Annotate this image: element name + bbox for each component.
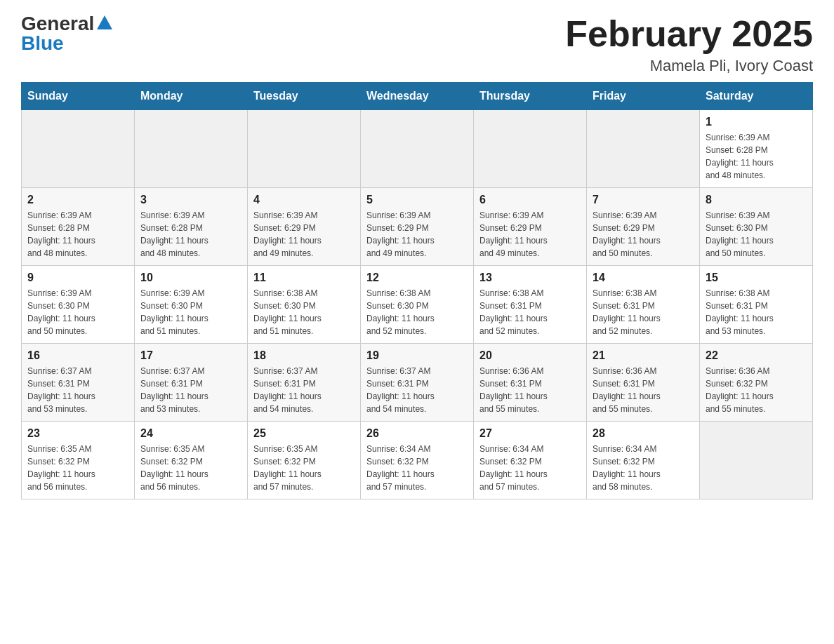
- day-number: 19: [366, 349, 468, 362]
- day-detail: Sunrise: 6:39 AMSunset: 6:29 PMDaylight:…: [593, 209, 694, 260]
- logo: General Blue: [21, 14, 112, 53]
- header-tuesday: Tuesday: [248, 83, 361, 110]
- header-sunday: Sunday: [22, 83, 135, 110]
- day-number: 1: [706, 116, 807, 128]
- calendar-cell: 18Sunrise: 6:37 AMSunset: 6:31 PMDayligh…: [248, 344, 361, 422]
- day-number: 5: [366, 194, 468, 206]
- header-friday: Friday: [587, 83, 700, 110]
- calendar-cell: 1Sunrise: 6:39 AMSunset: 6:28 PMDaylight…: [700, 110, 813, 188]
- header-thursday: Thursday: [474, 83, 587, 110]
- logo-triangle-icon: [97, 15, 112, 29]
- calendar-week-0: 1Sunrise: 6:39 AMSunset: 6:28 PMDaylight…: [22, 110, 813, 188]
- day-detail: Sunrise: 6:39 AMSunset: 6:30 PMDaylight:…: [706, 209, 807, 260]
- day-number: 2: [27, 194, 128, 206]
- day-number: 26: [366, 427, 468, 440]
- day-detail: Sunrise: 6:38 AMSunset: 6:30 PMDaylight:…: [366, 287, 468, 337]
- day-number: 25: [253, 427, 355, 440]
- calendar-cell: [587, 110, 700, 188]
- day-detail: Sunrise: 6:38 AMSunset: 6:31 PMDaylight:…: [593, 287, 694, 337]
- day-detail: Sunrise: 6:34 AMSunset: 6:32 PMDaylight:…: [366, 443, 468, 493]
- calendar-cell: 3Sunrise: 6:39 AMSunset: 6:28 PMDaylight…: [135, 188, 248, 266]
- day-detail: Sunrise: 6:39 AMSunset: 6:29 PMDaylight:…: [253, 209, 355, 260]
- day-number: 7: [593, 194, 694, 206]
- calendar-cell: [135, 110, 248, 188]
- calendar-cell: 2Sunrise: 6:39 AMSunset: 6:28 PMDaylight…: [22, 188, 135, 266]
- calendar-table: Sunday Monday Tuesday Wednesday Thursday…: [21, 82, 813, 499]
- calendar-body: 1Sunrise: 6:39 AMSunset: 6:28 PMDaylight…: [22, 110, 813, 499]
- day-number: 12: [366, 271, 468, 284]
- logo-general-text: General: [21, 14, 94, 34]
- day-number: 3: [140, 194, 241, 206]
- day-detail: Sunrise: 6:39 AMSunset: 6:28 PMDaylight:…: [140, 209, 241, 260]
- day-detail: Sunrise: 6:37 AMSunset: 6:31 PMDaylight:…: [140, 365, 241, 415]
- calendar-cell: 20Sunrise: 6:36 AMSunset: 6:31 PMDayligh…: [474, 344, 587, 422]
- day-detail: Sunrise: 6:39 AMSunset: 6:28 PMDaylight:…: [706, 131, 807, 182]
- day-number: 9: [27, 271, 128, 284]
- calendar-cell: 6Sunrise: 6:39 AMSunset: 6:29 PMDaylight…: [474, 188, 587, 266]
- day-number: 15: [706, 271, 807, 284]
- day-number: 16: [27, 349, 128, 362]
- calendar-cell: 5Sunrise: 6:39 AMSunset: 6:29 PMDaylight…: [361, 188, 474, 266]
- calendar-cell: 15Sunrise: 6:38 AMSunset: 6:31 PMDayligh…: [700, 266, 813, 344]
- day-number: 8: [706, 194, 807, 206]
- day-detail: Sunrise: 6:39 AMSunset: 6:29 PMDaylight:…: [366, 209, 468, 260]
- title-section: February 2025 Mamela Pli, Ivory Coast: [565, 14, 813, 75]
- location: Mamela Pli, Ivory Coast: [565, 57, 813, 75]
- calendar-cell: [474, 110, 587, 188]
- logo-blue-text: Blue: [21, 34, 64, 53]
- calendar-cell: 26Sunrise: 6:34 AMSunset: 6:32 PMDayligh…: [361, 422, 474, 499]
- calendar-cell: 12Sunrise: 6:38 AMSunset: 6:30 PMDayligh…: [361, 266, 474, 344]
- day-detail: Sunrise: 6:35 AMSunset: 6:32 PMDaylight:…: [253, 443, 355, 493]
- calendar-cell: 17Sunrise: 6:37 AMSunset: 6:31 PMDayligh…: [135, 344, 248, 422]
- calendar-cell: 25Sunrise: 6:35 AMSunset: 6:32 PMDayligh…: [248, 422, 361, 499]
- calendar-cell: 23Sunrise: 6:35 AMSunset: 6:32 PMDayligh…: [22, 422, 135, 499]
- calendar-cell: 4Sunrise: 6:39 AMSunset: 6:29 PMDaylight…: [248, 188, 361, 266]
- calendar-cell: 14Sunrise: 6:38 AMSunset: 6:31 PMDayligh…: [587, 266, 700, 344]
- calendar-cell: [22, 110, 135, 188]
- calendar-cell: 7Sunrise: 6:39 AMSunset: 6:29 PMDaylight…: [587, 188, 700, 266]
- header-monday: Monday: [135, 83, 248, 110]
- calendar-cell: 28Sunrise: 6:34 AMSunset: 6:32 PMDayligh…: [587, 422, 700, 499]
- day-detail: Sunrise: 6:35 AMSunset: 6:32 PMDaylight:…: [140, 443, 241, 493]
- day-number: 23: [27, 427, 128, 440]
- day-detail: Sunrise: 6:39 AMSunset: 6:30 PMDaylight:…: [140, 287, 241, 337]
- day-number: 20: [479, 349, 581, 362]
- day-number: 17: [140, 349, 241, 362]
- calendar-cell: 24Sunrise: 6:35 AMSunset: 6:32 PMDayligh…: [135, 422, 248, 499]
- calendar-cell: 10Sunrise: 6:39 AMSunset: 6:30 PMDayligh…: [135, 266, 248, 344]
- day-detail: Sunrise: 6:36 AMSunset: 6:32 PMDaylight:…: [706, 365, 807, 415]
- day-number: 24: [140, 427, 241, 440]
- header-saturday: Saturday: [700, 83, 813, 110]
- calendar-cell: 22Sunrise: 6:36 AMSunset: 6:32 PMDayligh…: [700, 344, 813, 422]
- svg-marker-0: [97, 15, 112, 29]
- day-number: 6: [479, 194, 581, 206]
- day-detail: Sunrise: 6:36 AMSunset: 6:31 PMDaylight:…: [593, 365, 694, 415]
- day-detail: Sunrise: 6:35 AMSunset: 6:32 PMDaylight:…: [27, 443, 128, 493]
- day-detail: Sunrise: 6:37 AMSunset: 6:31 PMDaylight:…: [366, 365, 468, 415]
- day-number: 22: [706, 349, 807, 362]
- calendar-cell: 13Sunrise: 6:38 AMSunset: 6:31 PMDayligh…: [474, 266, 587, 344]
- month-title: February 2025: [565, 14, 813, 54]
- day-number: 14: [593, 271, 694, 284]
- page-header: General Blue February 2025 Mamela Pli, I…: [21, 14, 813, 75]
- calendar-week-1: 2Sunrise: 6:39 AMSunset: 6:28 PMDaylight…: [22, 188, 813, 266]
- day-number: 10: [140, 271, 241, 284]
- day-number: 11: [253, 271, 355, 284]
- day-detail: Sunrise: 6:37 AMSunset: 6:31 PMDaylight:…: [253, 365, 355, 415]
- calendar-cell: 27Sunrise: 6:34 AMSunset: 6:32 PMDayligh…: [474, 422, 587, 499]
- calendar-cell: 21Sunrise: 6:36 AMSunset: 6:31 PMDayligh…: [587, 344, 700, 422]
- calendar-week-4: 23Sunrise: 6:35 AMSunset: 6:32 PMDayligh…: [22, 422, 813, 499]
- day-number: 27: [479, 427, 581, 440]
- day-detail: Sunrise: 6:38 AMSunset: 6:30 PMDaylight:…: [253, 287, 355, 337]
- day-number: 13: [479, 271, 581, 284]
- day-number: 28: [593, 427, 694, 440]
- day-detail: Sunrise: 6:34 AMSunset: 6:32 PMDaylight:…: [479, 443, 581, 493]
- day-detail: Sunrise: 6:39 AMSunset: 6:30 PMDaylight:…: [27, 287, 128, 337]
- calendar-cell: 8Sunrise: 6:39 AMSunset: 6:30 PMDaylight…: [700, 188, 813, 266]
- day-detail: Sunrise: 6:37 AMSunset: 6:31 PMDaylight:…: [27, 365, 128, 415]
- calendar-cell: [361, 110, 474, 188]
- calendar-week-2: 9Sunrise: 6:39 AMSunset: 6:30 PMDaylight…: [22, 266, 813, 344]
- calendar-cell: 11Sunrise: 6:38 AMSunset: 6:30 PMDayligh…: [248, 266, 361, 344]
- calendar-cell: 16Sunrise: 6:37 AMSunset: 6:31 PMDayligh…: [22, 344, 135, 422]
- day-detail: Sunrise: 6:39 AMSunset: 6:28 PMDaylight:…: [27, 209, 128, 260]
